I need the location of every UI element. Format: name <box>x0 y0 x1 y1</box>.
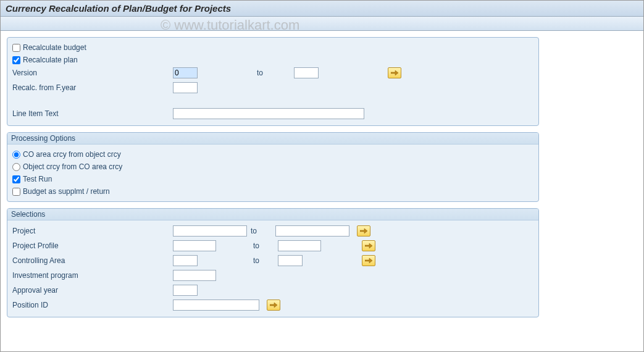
co-area-from-object-radio[interactable] <box>12 151 20 159</box>
recalculate-budget-label: Recalculate budget <box>23 43 86 52</box>
project-profile-multiple-selection-button[interactable] <box>362 240 375 251</box>
recalc-year-input[interactable] <box>173 82 198 93</box>
processing-options-title: Processing Options <box>7 133 538 145</box>
project-profile-to-text: to <box>253 241 278 250</box>
controlling-area-to-input[interactable] <box>278 255 303 266</box>
processing-options-panel: Processing Options CO area crcy from obj… <box>7 132 539 202</box>
investment-program-input[interactable] <box>173 270 216 281</box>
page-title: Currency Recalculation of Plan/Budget fo… <box>1 1 643 17</box>
recalculate-budget-checkbox[interactable] <box>12 44 20 52</box>
investment-program-label: Investment program <box>12 271 173 280</box>
project-profile-to-input[interactable] <box>278 240 321 251</box>
test-run-checkbox[interactable] <box>12 175 20 183</box>
selections-title: Selections <box>7 209 538 220</box>
version-multiple-selection-button[interactable] <box>388 67 401 78</box>
object-from-co-area-radio[interactable] <box>12 163 20 171</box>
toolbar <box>1 17 643 31</box>
position-id-input[interactable] <box>173 300 259 311</box>
project-multiple-selection-button[interactable] <box>357 225 370 237</box>
co-area-from-object-label: CO area crcy from object crcy <box>23 150 121 159</box>
project-label: Project <box>12 227 173 235</box>
project-to-input[interactable] <box>275 225 349 237</box>
budget-supplmt-checkbox[interactable] <box>12 188 20 196</box>
controlling-area-multiple-selection-button[interactable] <box>362 255 375 266</box>
top-panel: Recalculate budget Recalculate plan Vers… <box>7 37 539 126</box>
object-from-co-area-label: Object crcy from CO area crcy <box>23 162 122 171</box>
controlling-area-label: Controlling Area <box>12 256 173 265</box>
budget-supplmt-label: Budget as supplmt / return <box>23 187 110 196</box>
controlling-area-from-input[interactable] <box>173 255 198 266</box>
position-id-multiple-selection-button[interactable] <box>267 300 280 311</box>
version-from-input[interactable] <box>173 67 198 78</box>
version-to-input[interactable] <box>294 67 319 78</box>
line-item-input[interactable] <box>173 108 364 119</box>
recalc-year-label: Recalc. from F.year <box>12 83 173 92</box>
version-label: Version <box>12 69 173 77</box>
controlling-area-to-text: to <box>253 256 278 265</box>
project-profile-label: Project Profile <box>12 241 173 250</box>
project-profile-from-input[interactable] <box>173 240 216 251</box>
version-to-text: to <box>257 69 294 77</box>
selections-panel: Selections Project to Project Profile to <box>7 208 539 317</box>
test-run-label: Test Run <box>23 175 52 183</box>
project-from-input[interactable] <box>173 225 247 237</box>
line-item-label: Line Item Text <box>12 109 173 118</box>
recalculate-plan-checkbox[interactable] <box>12 56 20 64</box>
recalculate-plan-label: Recalculate plan <box>23 56 78 64</box>
position-id-label: Position ID <box>12 301 173 309</box>
project-to-text: to <box>251 227 275 235</box>
approval-year-input[interactable] <box>173 285 198 296</box>
approval-year-label: Approval year <box>12 286 173 295</box>
